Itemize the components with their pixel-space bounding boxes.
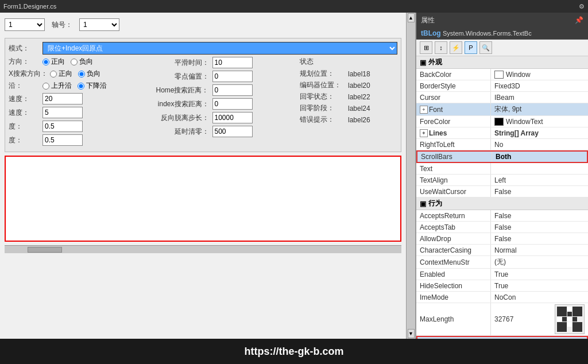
index-search-dist-row: index搜索距离： — [154, 98, 296, 110]
prop-maxlength: MaxLength 32767 — [416, 303, 588, 336]
direction-row: 方向： 正向 负向 — [9, 57, 150, 67]
degree2-row: 度： — [9, 134, 150, 146]
direction-negative-label[interactable]: 负向 — [71, 57, 93, 67]
prop-cursor-val[interactable]: IBeam — [491, 92, 588, 103]
zero-offset-input[interactable] — [212, 71, 253, 82]
main-content: 1 轴号： 1 模式： 限位+ — [0, 13, 588, 339]
prop-font-key: +Font — [416, 103, 491, 115]
x-dir-negative-label[interactable]: 负向 — [78, 69, 100, 79]
along-up-label[interactable]: 上升沿 — [42, 81, 72, 91]
status-title: 状态 — [300, 57, 397, 67]
prop-scrollbars-val[interactable]: Both — [492, 152, 587, 162]
status-key-3: 回零阶段： — [300, 103, 346, 113]
prop-backcolor-val[interactable]: Window — [491, 69, 588, 80]
scroll-up-btn[interactable]: ▲ — [408, 13, 415, 22]
pin-icon[interactable]: 📌 — [575, 16, 583, 24]
form-scroll-area: 1 轴号： 1 模式： 限位+ — [0, 13, 415, 339]
params-grid: 方向： 正向 负向 — [9, 57, 397, 148]
prop-allowdrop-val[interactable]: False — [491, 233, 588, 244]
horiz-scroll-thumb[interactable] — [28, 247, 62, 253]
x-dir-positive-radio[interactable] — [50, 71, 57, 78]
home-search-dist-input[interactable] — [212, 84, 253, 96]
prop-text-val[interactable] — [491, 163, 588, 174]
prop-imemode-val[interactable]: NoCon — [491, 292, 588, 303]
prop-acceptstab-val[interactable]: False — [491, 222, 588, 233]
degree1-input[interactable] — [42, 121, 83, 132]
prop-textalign-val[interactable]: Left — [491, 175, 588, 185]
smooth-time-row: 平滑时间： — [154, 57, 296, 68]
prop-hideselection-val[interactable]: True — [491, 280, 588, 291]
direction-negative-radio[interactable] — [71, 59, 78, 65]
index-search-dist-input[interactable] — [212, 98, 253, 110]
reverse-dist-input[interactable] — [212, 112, 253, 123]
event-btn[interactable]: ⚡ — [450, 41, 462, 54]
left-panel-scrollbar[interactable]: ▲ ▼ — [406, 13, 415, 339]
prop-usewaitcursor-key: UseWaitCursor — [416, 186, 491, 197]
sort-btn[interactable]: ↕ — [435, 41, 447, 54]
prop-acceptsreturn-key: AcceptsReturn — [416, 210, 491, 221]
prop-acceptsreturn-val[interactable]: False — [491, 210, 588, 221]
status-key-4: 错误提示： — [300, 115, 346, 125]
prop-maxlength-val[interactable]: 32767 — [491, 303, 588, 335]
status-value-2: label22 — [348, 93, 370, 101]
horizontal-scrollbar[interactable] — [5, 245, 401, 253]
props-header: 属性 📌 — [416, 13, 588, 28]
prop-lines-val[interactable]: String[] Array — [491, 127, 588, 138]
along-up-radio[interactable] — [42, 83, 49, 90]
prop-forecolor-val[interactable]: WindowText — [491, 116, 588, 127]
prop-textalign-key: TextAlign — [416, 175, 491, 185]
degree2-input[interactable] — [42, 134, 83, 146]
speed1-label: 速度： — [9, 94, 40, 104]
behavior-section-header[interactable]: ▣ 行为 — [416, 198, 588, 210]
text-area-box[interactable] — [5, 156, 401, 242]
prop-righttoleft-val[interactable]: No — [491, 139, 588, 150]
direction-positive-radio[interactable] — [42, 59, 49, 65]
form-inner: 1 轴号： 1 模式： 限位+ — [0, 13, 406, 339]
property-btn[interactable]: P — [465, 41, 477, 54]
status-value-1: label20 — [348, 82, 370, 90]
scroll-down-btn[interactable]: ▼ — [408, 329, 415, 338]
axis1-select[interactable]: 1 — [5, 18, 45, 31]
prop-enabled: Enabled True — [416, 269, 588, 280]
prop-cursor-key: Cursor — [416, 92, 491, 103]
prop-enabled-key: Enabled — [416, 269, 491, 280]
lines-expand-btn[interactable]: + — [420, 129, 428, 137]
prop-hideselection: HideSelection True — [416, 280, 588, 292]
status-key-1: 编码器位置： — [300, 80, 346, 90]
search-btn[interactable]: 🔍 — [479, 41, 492, 54]
delay-zero-input[interactable] — [212, 126, 253, 137]
prop-borderstyle-val[interactable]: Fixed3D — [491, 80, 588, 91]
speed2-input[interactable] — [42, 107, 83, 118]
prop-contextmenustr-val[interactable]: (无) — [491, 256, 588, 268]
along-down-radio[interactable] — [78, 83, 84, 90]
prop-font-val[interactable]: 宋体, 9pt — [491, 103, 588, 115]
axis-row-1: 1 — [5, 18, 45, 31]
speed1-row: 速度： — [9, 93, 150, 104]
settings-icon[interactable]: ⚙ — [579, 3, 585, 10]
along-down-label[interactable]: 下降沿 — [78, 81, 107, 91]
direction-positive-label[interactable]: 正向 — [42, 57, 65, 67]
speed1-input[interactable] — [42, 93, 83, 104]
x-dir-negative-radio[interactable] — [78, 71, 85, 78]
axis-label: 轴号： — [52, 20, 72, 30]
qr-code — [555, 304, 585, 334]
font-expand-btn[interactable]: + — [420, 106, 428, 114]
prop-usewaitcursor-val[interactable]: False — [491, 186, 588, 197]
x-dir-positive-label[interactable]: 正向 — [50, 69, 72, 79]
grid-view-btn[interactable]: ⊞ — [420, 41, 432, 54]
direction-positive-text: 正向 — [51, 57, 65, 67]
prop-text: Text — [416, 163, 588, 175]
prop-charcasing-val[interactable]: Normal — [491, 245, 588, 255]
prop-enabled-val[interactable]: True — [491, 269, 588, 280]
mode-label: 模式： — [9, 44, 40, 53]
forecolor-text: WindowText — [506, 118, 543, 126]
appearance-section-header[interactable]: ▣ 外观 — [416, 56, 588, 69]
reverse-dist-label: 反向脱离步长： — [154, 113, 209, 123]
form-header: 1 轴号： 1 — [5, 16, 401, 33]
along-up-text: 上升沿 — [51, 81, 72, 91]
axis2-select[interactable]: 1 — [79, 18, 119, 31]
status-row-2: 回零状态： label22 — [300, 92, 397, 102]
mode-select[interactable]: 限位+Index回原点 — [42, 42, 397, 55]
smooth-time-input[interactable] — [212, 57, 253, 68]
status-row-1: 编码器位置： label20 — [300, 80, 397, 90]
